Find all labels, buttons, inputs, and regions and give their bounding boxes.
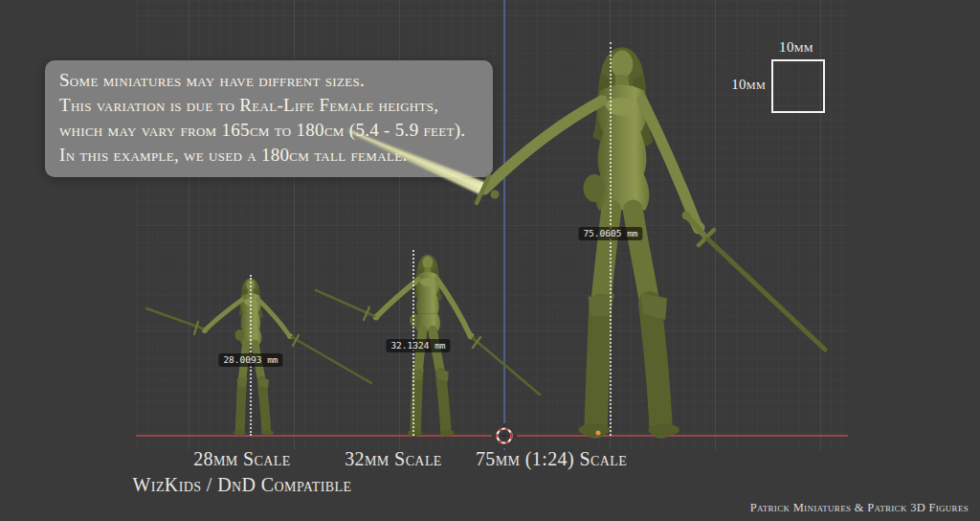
scale-caption-28mm: 28mm Scale WizKids / DnD Compatible: [133, 446, 352, 498]
scene-render: [0, 0, 980, 521]
reference-square-top-label: 10mm: [779, 39, 813, 56]
scale-title: 75mm (1:24) Scale: [476, 446, 627, 472]
scale-caption-75mm: 75mm (1:24) Scale: [476, 446, 627, 472]
measurement-tag-75mm: 75.0605 mm: [578, 227, 642, 240]
brand-watermark: Patrick Miniatures & Patrick 3D Figures: [750, 501, 969, 515]
scale-subtitle: WizKids / DnD Compatible: [133, 472, 352, 498]
scale-title: 32mm Scale: [345, 446, 442, 472]
measurement-tag-32mm: 32.1324 mm: [386, 339, 450, 352]
cursor-3d-icon: [492, 423, 517, 448]
scale-caption-32mm: 32mm Scale: [345, 446, 442, 472]
reference-square-10mm: [771, 59, 825, 113]
reference-square-side-label: 10mm: [731, 77, 766, 93]
object-origin-dot: [596, 431, 601, 436]
glowing-sword: [345, 129, 499, 203]
blender-3d-viewport[interactable]: Some miniatures may have diffrent sizes.…: [0, 0, 980, 521]
measurement-tag-28mm: 28.0093 mm: [218, 353, 282, 367]
scale-title: 28mm Scale: [133, 446, 352, 472]
right-sword: [682, 212, 826, 351]
